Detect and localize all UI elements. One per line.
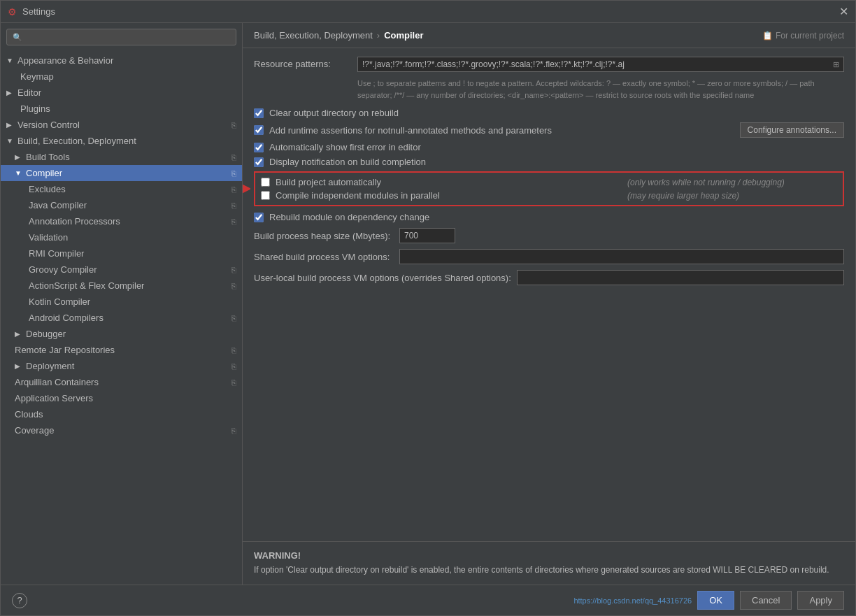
copy-icon: ⎘ <box>231 185 236 194</box>
add-runtime-row: Add runtime assertions for notnull-annot… <box>254 122 844 138</box>
warning-section: WARNING! If option 'Clear output directo… <box>243 541 855 585</box>
close-button[interactable]: ✕ <box>839 5 848 18</box>
breadcrumb-current: Compiler <box>384 30 423 41</box>
sidebar-item-deployment[interactable]: ▶ Deployment ⎘ <box>1 358 242 374</box>
add-runtime-label: Add runtime assertions for notnull-annot… <box>269 125 552 136</box>
copy-icon: ⎘ <box>231 217 236 226</box>
sidebar-item-keymap[interactable]: Keymap <box>1 69 242 85</box>
breadcrumb: Build, Execution, Deployment › Compiler … <box>243 23 855 48</box>
show-first-error-label: Automatically show first error in editor <box>269 142 421 152</box>
sidebar-item-groovy-compiler[interactable]: Groovy Compiler ⎘ <box>1 262 242 278</box>
sidebar-item-coverage[interactable]: Coverage ⎘ <box>1 422 242 438</box>
chevron-down-icon: ▼ <box>6 57 15 64</box>
clear-output-checkbox[interactable] <box>254 108 264 118</box>
settings-content: Resource patterns: !?*.java;!?*.form;!?*… <box>243 48 855 541</box>
show-first-error-checkbox[interactable] <box>254 143 264 152</box>
user-local-label: User-local build process VM options (ove… <box>254 273 511 283</box>
sidebar-item-app-servers[interactable]: Application Servers <box>1 390 242 406</box>
sidebar-item-remote-jar[interactable]: Remote Jar Repositories ⎘ <box>1 342 242 358</box>
ok-button[interactable]: OK <box>697 591 734 610</box>
resource-patterns-help: Use ; to separate patterns and ! to nega… <box>357 78 844 101</box>
sidebar-item-label: Compiler <box>26 168 62 178</box>
sidebar-item-kotlin-compiler[interactable]: Kotlin Compiler <box>1 294 242 310</box>
user-local-row: User-local build process VM options (ove… <box>254 270 844 285</box>
highlighted-section: Build project automatically (only works … <box>254 171 844 206</box>
sidebar: 🔍 ▼ Appearance & Behavior Keymap ▶ <box>1 23 243 585</box>
expand-icon[interactable]: ⊞ <box>833 60 839 69</box>
sidebar-item-label: Application Servers <box>15 393 93 403</box>
sidebar-item-version-control[interactable]: ▶ Version Control ⎘ <box>1 117 242 133</box>
sidebar-item-build-exec[interactable]: ▼ Build, Execution, Deployment <box>1 133 242 149</box>
search-box[interactable]: 🔍 <box>6 29 236 45</box>
sidebar-item-label: Deployment <box>26 361 74 371</box>
app-icon: ⚙ <box>8 6 17 17</box>
help-button[interactable]: ? <box>12 593 27 608</box>
sidebar-item-label: Plugins <box>20 103 50 114</box>
sidebar-item-label: Appearance & Behavior <box>17 55 113 66</box>
main-content: 🔍 ▼ Appearance & Behavior Keymap ▶ <box>1 23 855 585</box>
heap-size-label: Build process heap size (Mbytes): <box>254 231 394 241</box>
sidebar-item-clouds[interactable]: Clouds <box>1 406 242 422</box>
chevron-right-icon: ▶ <box>6 89 15 96</box>
settings-window: ⚙ Settings ✕ 🔍 ▼ Appearance & Behavior <box>0 0 856 616</box>
copy-icon: ⎘ <box>231 153 236 162</box>
sidebar-item-arquillian[interactable]: Arquillian Containers ⎘ <box>1 374 242 390</box>
clear-output-label: Clear output directory on rebuild <box>269 108 399 118</box>
project-label: For current project <box>776 31 844 41</box>
sidebar-item-plugins[interactable]: Plugins <box>1 101 242 117</box>
build-auto-row: Build project automatically (only works … <box>261 177 837 187</box>
search-input[interactable] <box>25 32 230 42</box>
warning-title: WARNING! <box>254 550 844 561</box>
resource-patterns-input[interactable]: !?*.java;!?*.form;!?*.class;!?*.groovy;!… <box>357 57 844 72</box>
resource-patterns-row: Resource patterns: !?*.java;!?*.form;!?*… <box>254 57 844 72</box>
highlighted-wrapper: Build project automatically (only works … <box>254 171 844 206</box>
sidebar-item-label: Validation <box>29 232 68 243</box>
copy-icon: ⎘ <box>231 201 236 210</box>
shared-vm-input[interactable] <box>399 249 844 264</box>
build-auto-checkbox[interactable] <box>261 178 270 187</box>
sidebar-item-label: Excludes <box>29 184 66 194</box>
sidebar-item-debugger[interactable]: ▶ Debugger <box>1 326 242 342</box>
compile-parallel-checkbox[interactable] <box>261 191 270 200</box>
window-title: Settings <box>22 6 55 17</box>
breadcrumb-sep: › <box>377 30 380 41</box>
resource-patterns-label: Resource patterns: <box>254 57 352 69</box>
bottom-bar: ? https://blog.csdn.net/qq_44316726 OK C… <box>1 585 855 615</box>
sidebar-item-android-compilers[interactable]: Android Compilers ⎘ <box>1 310 242 326</box>
sidebar-item-appearance[interactable]: ▼ Appearance & Behavior <box>1 52 242 69</box>
rebuild-checkbox[interactable] <box>254 213 264 222</box>
user-local-input[interactable] <box>517 270 844 285</box>
bottom-left: ? <box>12 593 27 608</box>
sidebar-item-label: Editor <box>17 87 41 98</box>
chevron-down-icon: ▼ <box>15 169 23 177</box>
heap-size-input[interactable] <box>399 228 455 243</box>
rebuild-row: Rebuild module on dependency change <box>254 212 844 222</box>
sidebar-item-build-tools[interactable]: ▶ Build Tools ⎘ <box>1 149 242 165</box>
copy-icon: ⎘ <box>231 121 236 129</box>
sidebar-item-label: Clouds <box>15 409 43 420</box>
copy-icon: ⎘ <box>231 314 236 322</box>
sidebar-item-rmi-compiler[interactable]: RMI Compiler <box>1 245 242 262</box>
display-notification-checkbox[interactable] <box>254 157 264 167</box>
nav-section: ▼ Appearance & Behavior Keymap ▶ Editor … <box>1 51 242 440</box>
title-bar-left: ⚙ Settings <box>8 6 55 17</box>
sidebar-item-label: Coverage <box>15 425 54 436</box>
sidebar-item-actionscript[interactable]: ActionScript & Flex Compiler ⎘ <box>1 278 242 294</box>
sidebar-item-validation[interactable]: Validation <box>1 229 242 245</box>
sidebar-item-java-compiler[interactable]: Java Compiler ⎘ <box>1 197 242 213</box>
sidebar-item-label: RMI Compiler <box>29 248 84 259</box>
build-auto-label: Build project automatically <box>276 177 381 187</box>
copy-icon: ⎘ <box>231 378 236 387</box>
sidebar-item-label: Version Control <box>17 120 80 130</box>
sidebar-item-compiler[interactable]: ▼ Compiler ⎘ <box>1 165 242 181</box>
cancel-button[interactable]: Cancel <box>740 591 792 610</box>
clear-output-row: Clear output directory on rebuild <box>254 108 844 118</box>
red-arrow-icon <box>243 178 250 199</box>
add-runtime-checkbox[interactable] <box>254 125 264 135</box>
sidebar-item-editor[interactable]: ▶ Editor <box>1 85 242 101</box>
apply-button[interactable]: Apply <box>797 591 844 610</box>
show-first-error-row: Automatically show first error in editor <box>254 142 844 152</box>
sidebar-item-excludes[interactable]: Excludes ⎘ <box>1 181 242 197</box>
configure-annotations-button[interactable]: Configure annotations... <box>740 122 844 138</box>
sidebar-item-annotation-processors[interactable]: Annotation Processors ⎘ <box>1 213 242 229</box>
